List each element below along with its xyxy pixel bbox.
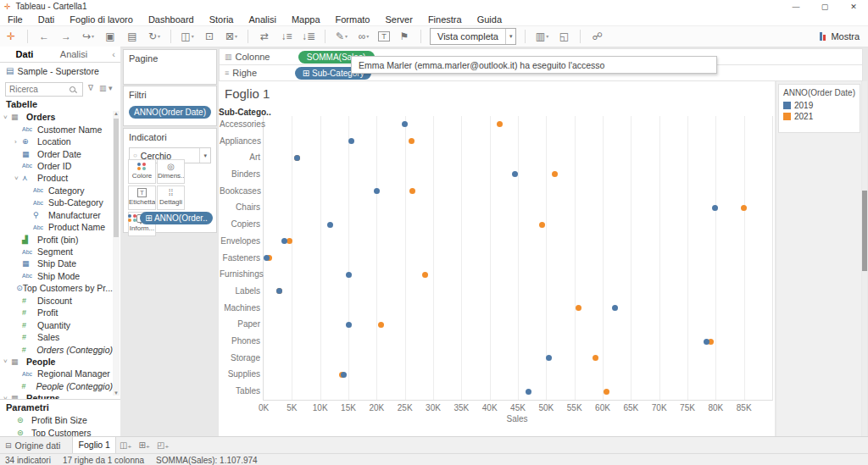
field-product[interactable]: ˅⋏Product [0, 172, 113, 184]
menu-analisi[interactable]: Analisi [241, 14, 283, 25]
pages-card[interactable]: Pagine [123, 49, 217, 85]
tab-dati[interactable]: Dati [0, 47, 49, 62]
mark-binders-2021[interactable] [552, 171, 558, 177]
category-label-copiers[interactable]: Copiers [220, 219, 260, 229]
new-dashboard-button[interactable]: ⊞₊ [135, 437, 153, 454]
field-location[interactable]: ›⊕Location [0, 136, 113, 147]
mark-binders-2019[interactable] [512, 171, 518, 177]
sheet-tab-foglio-1[interactable]: Foglio 1 [72, 437, 116, 454]
show-me-toggle[interactable]: Mostra [820, 31, 860, 42]
menu-dashboard[interactable]: Dashboard [141, 14, 202, 25]
show-mark-labels-icon[interactable]: T [378, 31, 390, 42]
tab-analisi[interactable]: Analisi [49, 47, 98, 62]
fit-view-dropdown[interactable]: Vista completa▾ [430, 28, 516, 45]
fix-axes-icon[interactable]: ⚑ [393, 30, 415, 42]
filter-pill-year-order-date[interactable]: ANNO(Order Date) [129, 106, 211, 119]
row-field-header[interactable]: Sub-Catego.. [219, 108, 259, 117]
mark-storage-2021[interactable] [593, 355, 598, 361]
mark-paper-2019[interactable] [346, 322, 352, 328]
menu-formato[interactable]: Formato [328, 14, 378, 25]
menu-file[interactable]: File [0, 14, 31, 25]
field-quantity[interactable]: #Quantity [0, 318, 113, 330]
menu-foglio-di-lavoro[interactable]: Foglio di lavoro [62, 14, 141, 25]
field-people-conteggio[interactable]: #People (Conteggio) [0, 380, 113, 392]
color-legend-card[interactable]: ANNO(Order Date) 20192021 [778, 84, 860, 133]
mark-furnishings-2021[interactable] [422, 272, 428, 278]
field-orders[interactable]: ˅▦Orders [0, 111, 113, 123]
parameter-profit-bin-size[interactable]: ⊜Profit Bin Size [0, 414, 120, 427]
mark-tables-2019[interactable] [526, 389, 531, 395]
mark-accessories-2019[interactable] [402, 121, 408, 127]
field-customer-name[interactable]: AbcCustomer Name [0, 123, 113, 135]
mark-supplies-2019[interactable] [341, 372, 347, 378]
filters-card[interactable]: Filtri ANNO(Order Date) [123, 86, 217, 126]
view-options-icon[interactable]: ▥ ▾ [99, 84, 113, 92]
mark-button-etichetta[interactable]: TEtichetta [128, 185, 156, 210]
category-label-binders[interactable]: Binders [220, 169, 260, 179]
mark-fasteners-2019[interactable] [264, 255, 270, 261]
category-label-machines[interactable]: Machines [220, 303, 260, 313]
redo-icon[interactable]: → [55, 30, 77, 42]
maximize-button[interactable]: ▢ [810, 3, 839, 11]
scrollbar-thumb[interactable] [114, 119, 119, 237]
category-label-fasteners[interactable]: Fasteners [220, 253, 260, 263]
mark-bookcases-2021[interactable] [409, 188, 415, 194]
color-pill-year-order-date[interactable]: ⊞ ANNO(Order.. [140, 212, 213, 224]
mark-labels-2019[interactable] [276, 288, 282, 294]
sort-descending-icon[interactable]: ↓≣ [298, 30, 320, 42]
menu-finestra[interactable]: Finestra [420, 14, 470, 25]
undo-icon[interactable]: ← [33, 30, 55, 42]
marks-card[interactable]: Indicatori ○ Cerchio ▾ Colore◎Dimens...T… [123, 128, 217, 233]
field-manufacturer[interactable]: ⚲Manufacturer [0, 209, 113, 221]
vertical-scrollbar[interactable] [862, 81, 867, 436]
category-label-supplies[interactable]: Supplies [220, 369, 260, 379]
new-worksheet-button[interactable]: ◫₊ [116, 437, 135, 454]
menu-dati[interactable]: Dati [31, 14, 63, 25]
field-regional-manager[interactable]: AbcRegional Manager [0, 368, 113, 379]
category-label-storage[interactable]: Storage [220, 353, 260, 363]
new-story-button[interactable]: ◰₊ [153, 437, 172, 454]
mark-furnishings-2019[interactable] [346, 272, 352, 278]
category-label-labels[interactable]: Labels [220, 286, 260, 296]
field-order-date[interactable]: ▦Order Date [0, 147, 113, 159]
collapse-pane-icon[interactable]: ‹ [112, 47, 120, 62]
search-input[interactable] [6, 85, 69, 94]
mark-paper-2021[interactable] [378, 322, 384, 328]
tableau-logo-icon[interactable]: ✛ [0, 30, 22, 42]
field-order-id[interactable]: AbcOrder ID [0, 160, 113, 172]
category-label-art[interactable]: Art [220, 152, 260, 162]
category-label-tables[interactable]: Tables [220, 386, 260, 396]
mark-chairs-2019[interactable] [712, 205, 718, 211]
field-segment[interactable]: AbcSegment [0, 246, 113, 257]
mark-tables-2021[interactable] [604, 389, 609, 395]
mark-button-colore[interactable]: Colore [128, 159, 156, 184]
mark-appliances-2019[interactable] [348, 138, 354, 144]
presentation-mode-icon[interactable]: ◱ [553, 30, 575, 42]
mark-copiers-2021[interactable] [539, 222, 545, 228]
scroll-down-icon[interactable]: ▼ [113, 390, 120, 396]
close-button[interactable]: ✕ [839, 3, 868, 11]
field-ship-date[interactable]: ▦Ship Date [0, 257, 113, 269]
scrollbar-thumb[interactable] [862, 191, 867, 271]
group-members-icon[interactable]: ∞▾ [353, 30, 375, 42]
duplicate-icon[interactable]: ⊡ [198, 30, 220, 42]
minimize-button[interactable]: — [782, 3, 810, 11]
menu-mappa[interactable]: Mappa [284, 14, 328, 25]
clear-sheet-icon[interactable]: ⊠▾ [220, 30, 242, 42]
scroll-up-icon[interactable]: ▲ [113, 111, 120, 116]
chevron-down-icon[interactable]: ▾ [505, 29, 516, 44]
field-profit-bin[interactable]: ▟Profit (bin) [0, 233, 113, 245]
field-orders-conteggio[interactable]: #Orders (Conteggio) [0, 343, 113, 355]
field-product-name[interactable]: AbcProduct Name [0, 221, 113, 233]
mark-envelopes-2021[interactable] [287, 238, 292, 244]
mark-machines-2021[interactable] [576, 305, 581, 311]
save-icon[interactable]: ▣ [99, 30, 121, 42]
mark-appliances-2021[interactable] [409, 138, 415, 144]
field-ship-mode[interactable]: AbcShip Mode [0, 270, 113, 282]
datasource-row[interactable]: ▤ Sample - Superstore [0, 63, 120, 79]
mark-button-dimens[interactable]: ◎Dimens... [157, 159, 185, 184]
field-category[interactable]: AbcCategory [0, 185, 113, 197]
field-discount[interactable]: #Discount [0, 295, 113, 307]
field-profit[interactable]: #Profit [0, 307, 113, 318]
menu-server[interactable]: Server [377, 14, 420, 25]
